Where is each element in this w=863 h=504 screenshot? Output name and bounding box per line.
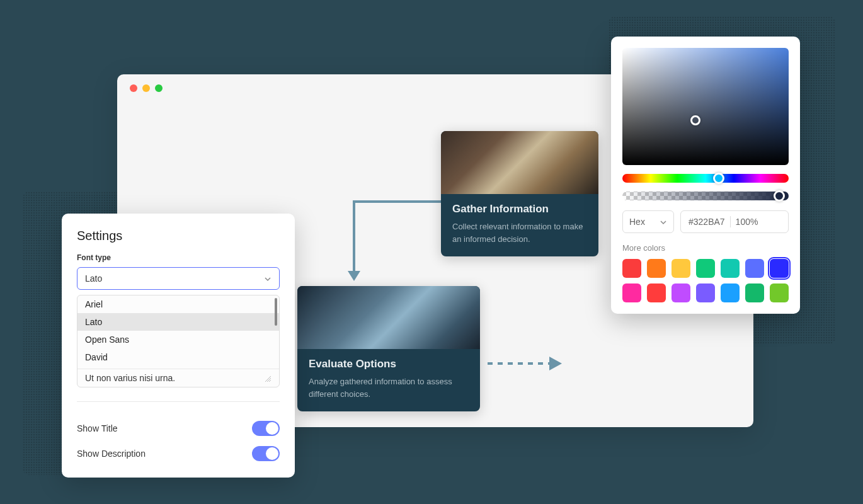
color-swatch[interactable] [721, 284, 740, 302]
hue-slider[interactable] [622, 174, 789, 183]
resize-handle-icon[interactable] [264, 374, 271, 382]
color-swatch[interactable] [622, 284, 641, 302]
settings-panel: Settings Font type Lato Ariel Lato Open … [62, 214, 295, 478]
alpha-cursor[interactable] [774, 190, 785, 202]
flow-card-desc: Analyze gathered information to assess d… [309, 375, 469, 400]
color-swatch[interactable] [622, 259, 641, 278]
color-swatch[interactable] [696, 284, 715, 302]
alpha-value: 100% [736, 217, 758, 227]
flow-card-title: Evaluate Options [309, 358, 469, 370]
show-description-label: Show Description [77, 449, 146, 459]
show-title-toggle[interactable] [252, 421, 280, 436]
divider [77, 401, 280, 402]
color-format-select[interactable]: Hex [622, 210, 674, 233]
font-type-label: Font type [62, 251, 295, 265]
show-title-label: Show Title [77, 423, 118, 433]
color-saturation-area[interactable] [622, 48, 789, 165]
flow-card-image [297, 286, 480, 349]
hue-cursor[interactable] [713, 173, 724, 184]
flow-card-desc: Collect relevant information to make an … [452, 220, 587, 245]
textarea-value: Ut non varius nisi urna. [85, 373, 175, 383]
color-swatch[interactable] [672, 284, 690, 302]
color-swatch[interactable] [672, 259, 690, 278]
toggle-knob [266, 447, 278, 460]
flow-card-evaluate[interactable]: Evaluate Options Analyze gathered inform… [297, 286, 480, 411]
font-option-david[interactable]: David [77, 348, 279, 366]
color-swatch[interactable] [745, 284, 764, 302]
color-hex-input[interactable]: #322BA7 100% [680, 210, 789, 233]
settings-title: Settings [62, 229, 295, 251]
color-swatch[interactable] [647, 259, 666, 278]
color-format-value: Hex [629, 217, 645, 227]
color-swatch[interactable] [647, 284, 666, 302]
alpha-slider[interactable] [622, 192, 789, 200]
flow-card-gather[interactable]: Gather Information Collect relevant info… [441, 131, 598, 256]
color-swatch[interactable] [745, 259, 764, 278]
maximize-window-button[interactable] [155, 84, 163, 92]
minimize-window-button[interactable] [142, 84, 150, 92]
chevron-down-icon [264, 275, 271, 282]
toggle-knob [266, 422, 278, 435]
close-window-button[interactable] [130, 84, 137, 92]
font-dropdown-list: Ariel Lato Open Sans David Ut non varius… [77, 295, 280, 387]
input-separator [730, 216, 731, 227]
more-colors-label: More colors [622, 243, 789, 253]
saturation-cursor[interactable] [690, 115, 700, 125]
font-option-lato[interactable]: Lato [77, 313, 279, 331]
color-swatch[interactable] [721, 259, 740, 278]
font-option-opensans[interactable]: Open Sans [77, 331, 279, 348]
font-type-select[interactable]: Lato [77, 267, 280, 290]
color-swatches-grid [622, 259, 789, 302]
color-swatch[interactable] [770, 259, 789, 278]
chevron-down-icon [660, 218, 667, 226]
flow-arrow-down [346, 200, 441, 286]
flow-card-image [441, 131, 598, 194]
font-type-value: Lato [85, 273, 102, 284]
dropdown-scrollbar[interactable] [275, 298, 277, 326]
color-swatch[interactable] [770, 284, 789, 302]
sample-textarea[interactable]: Ut non varius nisi urna. [77, 369, 279, 387]
font-option-ariel[interactable]: Ariel [77, 295, 279, 313]
flow-card-title: Gather Information [452, 203, 587, 215]
show-description-toggle[interactable] [252, 446, 280, 461]
hex-value: #322BA7 [689, 217, 725, 227]
color-picker-panel: Hex #322BA7 100% More colors [611, 37, 800, 314]
flow-arrow-right [488, 354, 563, 373]
color-swatch[interactable] [696, 259, 715, 278]
